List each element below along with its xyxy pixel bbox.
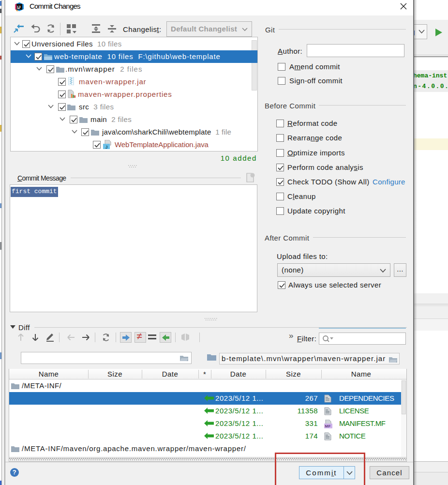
svg-text:J: J — [105, 145, 108, 150]
svg-text:MF: MF — [325, 424, 331, 428]
